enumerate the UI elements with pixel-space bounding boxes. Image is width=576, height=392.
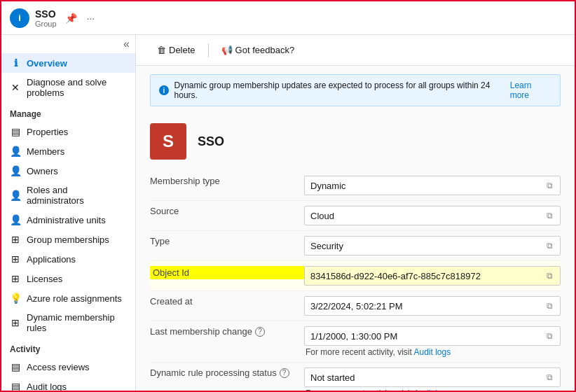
sidebar-item-licenses[interactable]: ⊞ Licenses: [1, 269, 135, 288]
audit-logs-link-1[interactable]: Audit logs: [413, 347, 451, 357]
owners-icon: 👤: [10, 165, 21, 176]
top-bar-actions: 📌 ···: [62, 11, 98, 25]
last-membership-help-icon[interactable]: ?: [255, 327, 265, 337]
azure-roles-icon: 💡: [10, 293, 21, 304]
prop-value-box-created-at: 3/22/2024, 5:02:21 PM ⧉: [304, 296, 561, 316]
toolbar-divider: [208, 43, 209, 57]
info-banner-icon: i: [159, 85, 169, 95]
sidebar-item-dynamic-rules-label: Dynamic membership rules: [27, 312, 127, 333]
members-icon: 👤: [10, 146, 21, 157]
resource-subtitle: Group: [35, 20, 57, 28]
audit-logs-link-2[interactable]: Audit logs: [413, 388, 451, 391]
sidebar-collapse-area: «: [1, 35, 135, 53]
sidebar-item-overview[interactable]: ℹ Overview: [1, 53, 135, 73]
copy-dynamic-status-button[interactable]: ⧉: [545, 371, 554, 384]
sidebar-item-owners-label: Owners: [27, 166, 58, 176]
copy-created-at-button[interactable]: ⧉: [545, 300, 554, 312]
prop-value-dynamic-status: Not started: [310, 372, 545, 383]
prop-value-area-dynamic-status: Not started ⧉ For more recent activity, …: [304, 368, 561, 391]
sidebar-item-access-reviews[interactable]: ▤ Access reviews: [1, 357, 135, 377]
more-icon[interactable]: ···: [84, 11, 98, 25]
group-avatar: S: [150, 123, 186, 160]
copy-object-id-button[interactable]: ⧉: [545, 270, 554, 282]
admin-units-icon: 👤: [10, 214, 21, 225]
copy-type-button[interactable]: ⧉: [545, 239, 554, 252]
sidebar-item-members[interactable]: 👤 Members: [1, 141, 135, 161]
prop-row-membership-type: Membership type Dynamic ⧉: [150, 171, 561, 201]
prop-value-box-object-id: 8341586d-d922-40e6-af7c-885c7c818972 ⧉: [304, 266, 561, 286]
prop-value-object-id: 8341586d-d922-40e6-af7c-885c7c818972: [310, 271, 545, 281]
last-membership-subtext: For more recent activity, visit Audit lo…: [304, 347, 561, 357]
diagnose-icon: ✕: [10, 82, 21, 93]
prop-label-dynamic-status: Dynamic rule processing status ?: [150, 368, 304, 378]
copy-source-button[interactable]: ⧉: [545, 209, 554, 222]
overview-icon: ℹ: [10, 57, 21, 69]
pin-icon[interactable]: 📌: [62, 11, 80, 25]
prop-label-membership-type: Membership type: [150, 176, 304, 186]
sidebar-item-applications[interactable]: ⊞ Applications: [1, 249, 135, 269]
main-content: 🗑 Delete 📢 Got feedback? i Dynamic group…: [136, 35, 575, 391]
prop-value-box-dynamic-status: Not started ⧉: [304, 368, 561, 387]
sidebar-item-audit-logs[interactable]: ▤ Audit logs: [1, 377, 135, 391]
sidebar: « ℹ Overview ✕ Diagnose and solve proble…: [1, 35, 136, 391]
dynamic-status-help-icon[interactable]: ?: [280, 368, 289, 378]
delete-label: Delete: [169, 45, 196, 55]
info-banner-text: Dynamic group membership updates are exp…: [174, 80, 505, 100]
prop-value-area-object-id: 8341586d-d922-40e6-af7c-885c7c818972 ⧉: [304, 266, 561, 286]
sidebar-item-diagnose[interactable]: ✕ Diagnose and solve problems: [1, 73, 135, 102]
prop-label-object-id: Object Id: [150, 266, 304, 279]
sidebar-item-licenses-label: Licenses: [27, 274, 62, 284]
sidebar-item-roles[interactable]: 👤 Roles and administrators: [1, 181, 135, 210]
delete-button[interactable]: 🗑 Delete: [150, 42, 203, 58]
delete-icon: 🗑: [157, 45, 166, 55]
audit-logs-icon: ▤: [10, 381, 21, 391]
info-banner: i Dynamic group membership updates are e…: [150, 74, 561, 106]
prop-value-source: Cloud: [310, 211, 545, 221]
group-name: SSO: [198, 134, 224, 149]
top-bar: i SSO Group 📌 ···: [1, 1, 575, 35]
prop-row-source: Source Cloud ⧉: [150, 201, 561, 231]
sidebar-item-dynamic-rules[interactable]: ⊞ Dynamic membership rules: [1, 308, 135, 337]
prop-value-membership-type: Dynamic: [310, 181, 545, 191]
applications-icon: ⊞: [10, 253, 21, 265]
prop-value-area-membership-type: Dynamic ⧉: [304, 176, 561, 195]
learn-more-link[interactable]: Learn more: [510, 80, 551, 100]
sidebar-item-admin-units[interactable]: 👤 Administrative units: [1, 210, 135, 230]
prop-value-box-last-membership: 1/1/2000, 1:30:00 PM ⧉: [304, 326, 561, 346]
sidebar-item-owners[interactable]: 👤 Owners: [1, 161, 135, 181]
prop-row-type: Type Security ⧉: [150, 231, 561, 261]
sidebar-item-properties[interactable]: ▤ Properties: [1, 122, 135, 141]
sidebar-item-azure-roles[interactable]: 💡 Azure role assignments: [1, 288, 135, 308]
prop-value-area-last-membership: 1/1/2000, 1:30:00 PM ⧉ For more recent a…: [304, 326, 561, 357]
prop-label-type: Type: [150, 236, 304, 246]
sidebar-item-access-reviews-label: Access reviews: [27, 362, 90, 372]
prop-value-last-membership: 1/1/2000, 1:30:00 PM: [310, 331, 545, 342]
access-reviews-icon: ▤: [10, 361, 21, 372]
prop-value-area-created-at: 3/22/2024, 5:02:21 PM ⧉: [304, 296, 561, 316]
prop-label-created-at: Created at: [150, 296, 304, 307]
copy-last-membership-button[interactable]: ⧉: [545, 330, 554, 342]
sidebar-item-applications-label: Applications: [27, 254, 76, 265]
prop-value-area-source: Cloud ⧉: [304, 206, 561, 225]
prop-label-last-membership: Last membership change ?: [150, 326, 304, 337]
feedback-button[interactable]: 📢 Got feedback?: [214, 42, 302, 58]
roles-icon: 👤: [10, 190, 21, 201]
dynamic-rules-icon: ⊞: [10, 317, 21, 328]
prop-row-dynamic-status: Dynamic rule processing status ? Not sta…: [150, 363, 561, 391]
manage-section-label: Manage: [1, 102, 135, 122]
collapse-sidebar-button[interactable]: «: [123, 38, 130, 50]
sidebar-item-roles-label: Roles and administrators: [27, 185, 127, 206]
prop-value-box-membership-type: Dynamic ⧉: [304, 176, 561, 195]
prop-row-created-at: Created at 3/22/2024, 5:02:21 PM ⧉: [150, 291, 561, 321]
dynamic-status-subtext: For more recent activity, visit Audit lo…: [304, 388, 561, 391]
properties-icon: ▤: [10, 126, 21, 137]
prop-label-source: Source: [150, 206, 304, 216]
copy-membership-type-button[interactable]: ⧉: [545, 179, 554, 192]
sidebar-item-overview-label: Overview: [27, 58, 67, 69]
sidebar-item-group-memberships[interactable]: ⊞ Group memberships: [1, 230, 135, 249]
prop-value-type: Security: [310, 241, 545, 251]
licenses-icon: ⊞: [10, 273, 21, 284]
sidebar-item-members-label: Members: [27, 146, 64, 157]
activity-section-label: Activity: [1, 337, 135, 357]
prop-value-created-at: 3/22/2024, 5:02:21 PM: [310, 301, 545, 312]
